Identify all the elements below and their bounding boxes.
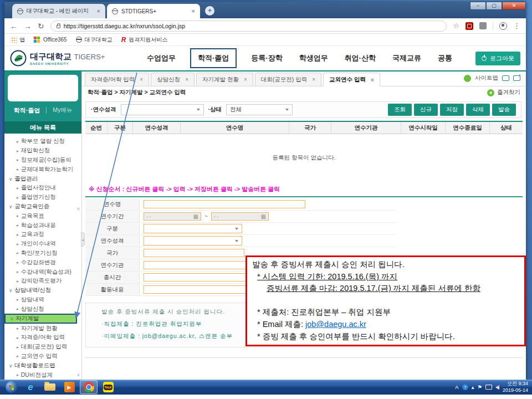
back-icon[interactable]: ← — [10, 22, 18, 30]
action-button-저장[interactable]: 저장 — [440, 104, 464, 116]
bookmark-item[interactable]: 대구대학교 — [76, 36, 112, 44]
sidebar-menu-item[interactable]: ▸상담내역 — [4, 295, 81, 305]
extension-icon[interactable] — [479, 22, 487, 29]
logout-button[interactable]: 로그아웃 — [475, 52, 520, 65]
mdi-tab-자기계발 현황[interactable]: 자기계발 현황× — [196, 73, 253, 86]
mdi-tab-자격증/어학 입력[interactable]: 자격증/어학 입력× — [85, 73, 149, 86]
open-windows-icon[interactable] — [502, 75, 509, 81]
bookmark-item[interactable]: R원격지원서비스 — [121, 36, 168, 44]
tab-close-icon[interactable]: × — [185, 76, 188, 83]
select-연수성격[interactable] — [144, 236, 242, 245]
browser-tab-daegu-main[interactable]: 대구대학교 - 메인 페이지 × — [12, 4, 105, 18]
forward-icon[interactable]: → — [24, 22, 32, 30]
url-field[interactable]: https://tigersstd.daegu.ac.kr/nxrun/ssoL… — [50, 21, 447, 32]
sidebar-menu-item[interactable]: ▸자기계발 현황 — [4, 324, 81, 333]
bookmark-star-icon[interactable]: ☆ — [453, 22, 459, 30]
nav-item-학생업무[interactable]: 학생업무 — [297, 50, 330, 66]
calendar-icon[interactable]: ▦ — [260, 214, 265, 219]
tab-close-icon[interactable]: × — [97, 8, 100, 14]
new-tab-button[interactable]: + — [205, 6, 214, 16]
sidebar-tab-haksek[interactable]: 학적·졸업 — [14, 106, 40, 115]
profile-avatar-icon[interactable] — [499, 22, 507, 30]
sidebar-menu-item[interactable]: ▸자격증/어학 입력 — [4, 333, 81, 342]
network-monitor-icon[interactable] — [485, 385, 492, 390]
taskbar-clock[interactable]: 오전 9:34 2019-05-14 — [503, 381, 528, 393]
sidebar-menu-item[interactable]: ∨졸업관리 — [4, 174, 81, 183]
text-input-연수명[interactable] — [144, 200, 305, 208]
sidebar-menu-item[interactable]: ▸수강내역(학습성과) — [4, 267, 81, 277]
tab-close-icon[interactable]: × — [192, 8, 195, 14]
sidebar-menu-item[interactable]: ▸졸업연기신청 — [4, 193, 81, 202]
bookmark-item[interactable]: Office365 — [34, 37, 67, 43]
nav-item-취업·산학[interactable]: 취업·산학 — [342, 50, 378, 66]
pdf-extension-icon[interactable] — [466, 22, 473, 30]
sidebar-menu-item[interactable]: ▸DU비전설계 — [4, 370, 81, 380]
scroll-up-icon[interactable]: ˄ — [77, 206, 80, 212]
nav-item-공통[interactable]: 공통 — [436, 50, 454, 66]
date-input-start[interactable]: - -▦ — [144, 212, 201, 221]
bookmark-item[interactable]: 앱 — [11, 36, 25, 44]
sidebar-menu-item[interactable]: ▸수강강좌변경 — [4, 258, 81, 267]
sidebar-menu-item[interactable]: ▸대회(공모전) 입력 — [4, 342, 81, 352]
sidebar-menu-item[interactable]: ∨대학생활로드맵 — [4, 361, 81, 370]
sidebar-menu-item[interactable]: ▸개인이수내역 — [4, 239, 81, 249]
add-favorite[interactable]: ★ 즐겨찾기 — [487, 89, 520, 96]
taskbar-chrome[interactable] — [80, 380, 98, 394]
sitemap-link[interactable]: 사이트맵 — [475, 74, 498, 82]
text-input-국가[interactable] — [144, 249, 244, 257]
sidebar-menu-item[interactable]: ▸학부모 열람 신청 — [4, 137, 81, 146]
mdi-tab-대회(공모전) 입력[interactable]: 대회(공모전) 입력× — [255, 73, 321, 86]
browser-tab-stdtigers[interactable]: STDTIGERS+ × — [107, 4, 200, 18]
scroll-down-icon[interactable]: ˅ — [77, 372, 80, 378]
sidebar-menu-item[interactable]: ▸확인/포기신청 — [4, 249, 81, 258]
date-input-end[interactable]: - -▦ — [211, 212, 269, 221]
maximize-button[interactable]: ▢ — [486, 2, 502, 10]
sidebar-menu-item[interactable]: ▸학습성과내용 — [4, 221, 81, 230]
taskbar-ie[interactable]: e — [22, 380, 39, 394]
nav-item-학적·졸업[interactable]: 학적·졸업 — [190, 48, 237, 68]
action-button-조회[interactable]: 조회 — [388, 104, 412, 116]
action-center-flag-icon[interactable]: ⚑ — [477, 384, 482, 390]
show-hidden-icons[interactable]: ▴ — [472, 384, 474, 390]
sidebar-tab-mymenu[interactable]: My메뉴 — [53, 106, 72, 114]
start-button[interactable] — [2, 380, 20, 394]
mdi-tab-상담신청[interactable]: 상담신청× — [151, 73, 195, 86]
language-indicator[interactable]: A — [455, 384, 458, 390]
select-구분[interactable] — [144, 224, 242, 233]
chrome-menu-icon[interactable]: ⋮ — [513, 22, 520, 30]
tab-close-icon[interactable]: × — [371, 77, 374, 83]
calendar-icon[interactable]: ▦ — [193, 214, 198, 219]
close-button[interactable]: ✕ — [502, 2, 526, 10]
sidebar-menu-item[interactable]: ▸군제대복학가능학기 — [4, 165, 81, 174]
tab-close-icon[interactable]: × — [312, 76, 315, 83]
sidebar-menu-item[interactable]: ▸교외연수 입력 — [4, 352, 81, 361]
sidebar-menu-item[interactable]: ▸강의만족도평가 — [4, 277, 81, 286]
taskbar-kakaotalk[interactable]: TALK — [99, 380, 117, 394]
sidebar-menu-item[interactable]: ∨상담내역/신청 — [4, 286, 81, 295]
nav-item-등록·장학[interactable]: 등록·장학 — [249, 50, 284, 66]
sidebar-collapse-handle[interactable]: ◂ — [81, 232, 85, 247]
muted-speaker-icon[interactable] — [495, 385, 499, 390]
sidebar-menu-item[interactable]: ▸교육목표 — [4, 211, 81, 221]
university-logo[interactable]: 대구대학교 TIGERS+ DAEGU UNIVERSITY — [10, 50, 124, 66]
tab-close-icon[interactable]: × — [244, 76, 247, 83]
tab-close-icon[interactable]: × — [140, 76, 143, 83]
action-button-삭제[interactable]: 삭제 — [466, 104, 490, 116]
sidebar-menu-item[interactable]: ▸졸업사정안내 — [4, 183, 81, 193]
refresh-icon[interactable]: ↻ — [38, 22, 44, 30]
sidebar-menu-item[interactable]: ∨공학교육인증 — [4, 202, 81, 212]
help-tray-icon[interactable]: ? — [462, 384, 468, 390]
nav-item-수업업무[interactable]: 수업업무 — [145, 50, 178, 66]
sidebar-menu-item[interactable]: ▸상담신청 — [4, 304, 81, 314]
action-button-신규[interactable]: 신규 — [414, 104, 438, 116]
status-select[interactable]: 전체 — [226, 104, 293, 115]
taskbar-explorer[interactable] — [41, 380, 59, 394]
minimize-button[interactable]: – — [470, 2, 486, 10]
mdi-tab-교외연수 입력[interactable]: 교외연수 입력× — [323, 73, 380, 86]
sidebar-menu-item[interactable]: ▸교육과정 — [4, 230, 81, 239]
nav-item-국제교류[interactable]: 국제교류 — [390, 50, 423, 66]
email-link[interactable]: job@daegu.ac.kr — [305, 320, 366, 329]
close-all-windows-icon[interactable] — [513, 75, 520, 81]
sidebar-menu-item[interactable]: ▸정보제공(수집)동의 — [4, 156, 81, 165]
sidebar-menu-item[interactable]: ∨자기계발 — [4, 314, 77, 324]
